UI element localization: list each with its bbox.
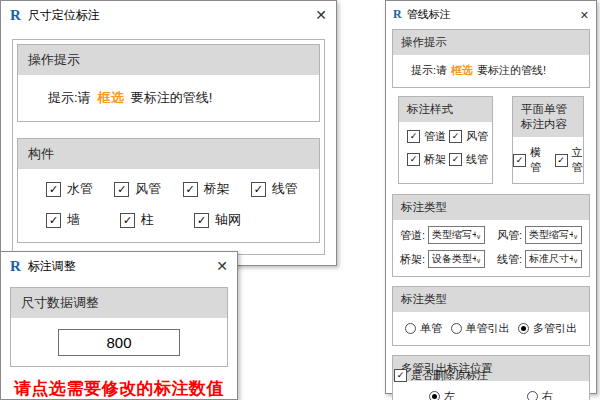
checkbox-vertical-pipe[interactable]: 立管 — [555, 145, 584, 175]
hint-prefix: 提示:请 — [411, 64, 447, 76]
checkbox-checked-icon — [120, 213, 135, 228]
title-bar: R 标注调整 — [1, 252, 237, 280]
revit-logo-icon: R — [393, 8, 402, 20]
style-checkbox-group: 管道 风管 桥架 线管 — [399, 122, 492, 176]
checkbox-checked-icon — [114, 182, 129, 197]
operation-hint-section: 操作提示 提示:请框选要标注的管线! — [17, 44, 320, 122]
checkbox-conduit[interactable]: 线管 — [251, 180, 319, 198]
section-header: 标注类型 — [393, 195, 589, 220]
section-header: 操作提示 — [18, 45, 319, 75]
checkbox-checked-icon — [394, 369, 407, 382]
radio-left[interactable]: 左 — [393, 389, 491, 400]
duct-type-select[interactable]: 类型缩写+ — [525, 226, 582, 244]
radio-icon — [451, 323, 462, 334]
hint-suffix: 要标注的管线! — [131, 90, 213, 105]
annotation-type-dropdown-section: 标注类型 管道: 类型缩写+ 风管: 类型缩写+ 桥架: — [392, 194, 590, 277]
annotation-type-radio-section: 标注类型 单管 单管引出 多管引出 — [392, 286, 590, 346]
duct-type-field: 风管: 类型缩写+ — [497, 226, 582, 244]
dropdown-row: 管道: 类型缩写+ 风管: 类型缩写+ — [393, 220, 589, 244]
checkbox-checked-icon — [555, 154, 568, 167]
checkbox-row: 桥架 线管 — [407, 152, 492, 167]
value-input-row — [11, 318, 227, 366]
checkbox-checked-icon — [449, 130, 462, 143]
radio-single-pipe[interactable]: 单管 — [405, 321, 442, 336]
checkbox-pipe[interactable]: 管道 — [407, 129, 449, 144]
section-header: 平面单管标注内容 — [513, 97, 583, 137]
pipe-type-field: 管道: 类型缩写+ — [400, 226, 485, 244]
tray-type-field: 桥架: 设备类型+ — [400, 250, 485, 268]
checkbox-checked-icon — [194, 213, 209, 228]
chevron-down-icon — [573, 253, 578, 265]
annotation-adjust-dialog: R 标注调整 尺寸数据调整 请点选需要修改的标注数值 — [0, 251, 238, 400]
checkbox-grid[interactable]: 轴网 — [194, 211, 268, 229]
dimension-positioning-dialog: R 尺寸定位标注 操作提示 提示:请框选要标注的管线! 构件 水管 风管 桥架 … — [0, 0, 337, 266]
checkbox-checked-icon — [46, 182, 61, 197]
section-header: 标注样式 — [399, 97, 492, 122]
dropdown-row: 桥架: 设备类型+ 线管: 标准尺寸+ — [393, 244, 589, 276]
radio-selected-icon — [429, 391, 440, 400]
chevron-down-icon — [573, 229, 578, 241]
hint-highlight: 框选 — [451, 64, 473, 76]
title-bar: R 尺寸定位标注 — [1, 1, 336, 29]
checkbox-duct[interactable]: 风管 — [449, 129, 491, 144]
radio-multi-pipe-leader[interactable]: 多管引出 — [518, 321, 577, 336]
checkbox-delete-original[interactable]: 是否删除原标注 — [394, 368, 488, 383]
conduit-type-select[interactable]: 标准尺寸+ — [525, 250, 582, 268]
close-icon[interactable] — [315, 7, 327, 23]
close-icon[interactable] — [580, 6, 589, 22]
chevron-down-icon — [476, 253, 481, 265]
radio-icon — [405, 323, 416, 334]
close-icon[interactable] — [216, 258, 228, 274]
checkbox-row: 水管 风管 桥架 线管 — [46, 180, 319, 198]
dialog-title: 标注调整 — [28, 258, 76, 275]
section-header: 尺寸数据调整 — [11, 288, 227, 318]
annotation-style-section: 标注样式 管道 风管 桥架 线管 — [398, 96, 493, 184]
plane-checkbox-group: 横管 立管 — [513, 137, 583, 183]
hint-prefix: 提示:请 — [48, 90, 91, 105]
section-header: 操作提示 — [393, 30, 589, 55]
dialog-title: 尺寸定位标注 — [28, 7, 100, 24]
revit-logo-icon: R — [10, 8, 21, 23]
checkbox-wall[interactable]: 墙 — [46, 211, 120, 229]
checkbox-checked-icon — [407, 130, 420, 143]
hint-highlight: 框选 — [98, 90, 124, 105]
pipeline-annotation-dialog: R 管线标注 操作提示 提示:请框选要标注的管线! 标注样式 管道 风管 桥架 … — [385, 0, 597, 394]
checkbox-cable-tray[interactable]: 桥架 — [183, 180, 251, 198]
checkbox-checked-icon — [449, 153, 462, 166]
checkbox-horizontal-pipe[interactable]: 横管 — [513, 145, 542, 175]
title-bar: R 管线标注 — [386, 1, 596, 27]
alert-text: 请点选需要修改的标注数值 — [1, 377, 237, 400]
radio-single-pipe-leader[interactable]: 单管引出 — [451, 321, 510, 336]
revit-logo-icon: R — [10, 259, 21, 274]
checkbox-checked-icon — [46, 213, 61, 228]
checkbox-tray[interactable]: 桥架 — [407, 152, 449, 167]
dialog-title: 管线标注 — [407, 7, 451, 22]
plane-single-pipe-section: 平面单管标注内容 横管 立管 — [512, 96, 584, 184]
checkbox-air-duct[interactable]: 风管 — [114, 180, 182, 198]
checkbox-water-pipe[interactable]: 水管 — [46, 180, 114, 198]
dimension-value-input[interactable] — [58, 329, 180, 356]
checkbox-checked-icon — [183, 182, 198, 197]
checkbox-column[interactable]: 柱 — [120, 211, 194, 229]
section-header: 构件 — [18, 139, 319, 169]
radio-right[interactable]: 右 — [491, 389, 589, 400]
checkbox-row: 管道 风管 — [407, 129, 492, 144]
dialog-client-area: 操作提示 提示:请框选要标注的管线! 构件 水管 风管 桥架 线管 墙 柱 轴网 — [12, 39, 325, 255]
dimension-data-section: 尺寸数据调整 — [10, 287, 228, 367]
pipe-type-select[interactable]: 类型缩写+ — [428, 226, 485, 244]
hint-text: 提示:请框选要标注的管线! — [393, 55, 589, 87]
operation-hint-section: 操作提示 提示:请框选要标注的管线! — [392, 29, 590, 88]
radio-selected-icon — [518, 323, 529, 334]
checkbox-checked-icon — [513, 154, 526, 167]
checkbox-conduit[interactable]: 线管 — [449, 152, 491, 167]
radio-group: 单管 单管引出 多管引出 — [393, 312, 589, 345]
radio-group: 左 右 — [393, 381, 589, 400]
section-header: 标注类型 — [393, 287, 589, 312]
radio-icon — [527, 391, 538, 400]
checkbox-row: 墙 柱 轴网 — [46, 211, 319, 229]
hint-suffix: 要标注的管线! — [477, 64, 546, 76]
conduit-type-field: 线管: 标准尺寸+ — [497, 250, 582, 268]
style-and-plane-row: 标注样式 管道 风管 桥架 线管 平面单管标注内容 横管 立管 — [392, 96, 590, 184]
components-section: 构件 水管 风管 桥架 线管 墙 柱 轴网 — [17, 138, 320, 243]
tray-type-select[interactable]: 设备类型+ — [428, 250, 485, 268]
